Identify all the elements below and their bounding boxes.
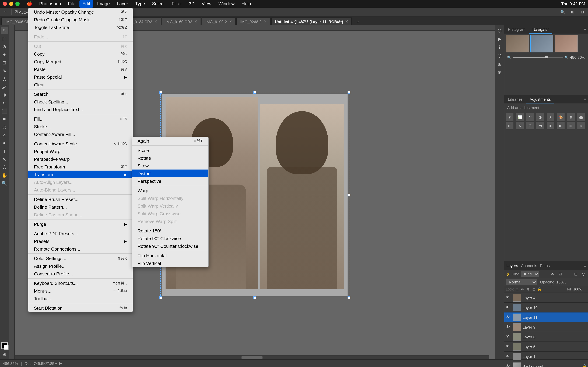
menu-define-brush[interactable]: Define Brush Preset...	[28, 195, 133, 203]
tab-close[interactable]: ✕	[229, 20, 232, 23]
tool-history-brush[interactable]: ↩	[0, 99, 8, 107]
menu-redo[interactable]: Redo Create Clipping Mask ⇧⌘Z	[28, 16, 133, 23]
menu-color-settings[interactable]: Color Settings... ⇧⌘K	[28, 254, 133, 262]
menu-define-pattern[interactable]: Define Pattern...	[28, 203, 133, 211]
menu-content-aware-scale[interactable]: Content-Aware Scale ⌥⇧⌘C	[28, 140, 133, 148]
adj-color-lookup[interactable]: ⬡	[526, 122, 534, 129]
tool-magic-wand[interactable]: ✦	[0, 51, 8, 58]
adj-panel-menu-btn[interactable]: ≡	[581, 95, 588, 103]
layers-tab[interactable]: Layers	[506, 264, 518, 268]
nav-thumb-3[interactable]	[555, 35, 578, 52]
layer-pixel-filter[interactable]: ☑	[557, 271, 563, 277]
layer-row-1[interactable]: 👁 Layer 1	[504, 352, 588, 361]
tab-close[interactable]: ✕	[194, 20, 197, 23]
menu-cut[interactable]: Cut ⌘X	[28, 42, 133, 50]
transform-scale[interactable]: Scale	[132, 146, 208, 154]
tab-close[interactable]: ✕	[345, 20, 348, 23]
adj-invert[interactable]: ⬒	[536, 122, 544, 129]
adj-posterize[interactable]: ▣	[546, 122, 554, 129]
close-button[interactable]	[3, 2, 7, 6]
menu-menus[interactable]: Menus... ⌥⇧⌘M	[28, 287, 133, 295]
layer-visibility-1[interactable]: 👁	[506, 354, 511, 359]
adj-curves[interactable]: 〜	[526, 113, 534, 121]
layer-adjustment-filter[interactable]: T	[565, 271, 571, 277]
menu-copy-merged[interactable]: Copy Merged ⇧⌘C	[28, 58, 133, 65]
menu-window[interactable]: Window	[216, 0, 237, 8]
menu-toolbar[interactable]: Toolbar...	[28, 295, 133, 302]
menu-define-shape[interactable]: Define Custom Shape...	[28, 211, 133, 218]
tool-brush[interactable]: 🖌	[0, 83, 8, 91]
menu-select[interactable]: Select	[149, 0, 167, 8]
tab-histogram[interactable]: Histogram	[504, 25, 529, 33]
side-icon-4[interactable]: ⬡	[496, 52, 503, 59]
transform-rotate90ccw[interactable]: Rotate 90° Counter Clockwise	[132, 242, 208, 250]
menu-content-aware-fill[interactable]: Content-Aware Fill...	[28, 130, 133, 138]
tool-zoom[interactable]: 🔍	[0, 179, 8, 187]
apple-menu[interactable]: 🍎	[24, 0, 35, 8]
menu-free-transform[interactable]: Free Transform ⌘T	[28, 163, 133, 171]
transform-remove-warp-split[interactable]: Remove Warp Split	[132, 217, 208, 225]
side-icon-info[interactable]: ℹ	[496, 43, 503, 51]
doc-info-arrow[interactable]: ▶	[59, 361, 62, 366]
adj-channel-mixer[interactable]: ≋	[516, 122, 524, 129]
menu-paste-special[interactable]: Paste Special ▶	[28, 73, 133, 81]
tool-pen[interactable]: ✒	[0, 139, 8, 147]
menu-start-dictation[interactable]: Start Dictation fn fn	[28, 304, 133, 312]
side-icon-arrow[interactable]: ▶	[496, 35, 503, 43]
tool-shape[interactable]: ⬡	[0, 163, 8, 171]
transform-rotate180[interactable]: Rotate 180°	[132, 227, 208, 234]
menu-undo[interactable]: Undo Master Opacity Change ⌘Z	[28, 8, 133, 16]
layer-visibility-11[interactable]: 👁	[506, 314, 511, 320]
tool-select-rect[interactable]: ⬚	[0, 35, 8, 42]
menu-assign-profile[interactable]: Assign Profile...	[28, 262, 133, 270]
tool-clone[interactable]: ⊕	[0, 91, 8, 99]
layer-row-9[interactable]: 👁 Layer 9	[504, 322, 588, 332]
layer-visibility-6[interactable]: 👁	[506, 334, 511, 340]
layer-visibility-9[interactable]: 👁	[506, 324, 511, 330]
menu-purge[interactable]: Purge ▶	[28, 220, 133, 228]
menu-file[interactable]: File	[65, 0, 78, 8]
blend-mode-select[interactable]: Normal	[506, 279, 537, 285]
layer-row-11[interactable]: 👁 Layer 11	[504, 312, 588, 322]
menu-clear[interactable]: Clear	[28, 81, 133, 88]
tab-img9160[interactable]: IMG_9160.CR2 ✕	[162, 17, 201, 25]
menu-stroke[interactable]: Stroke...	[28, 123, 133, 130]
transform-distort[interactable]: Distort	[132, 169, 208, 177]
adj-colorbalance[interactable]: ⊕	[567, 113, 575, 121]
kind-select[interactable]: Kind	[521, 271, 539, 277]
side-icon-1[interactable]: ⬡	[496, 26, 503, 34]
lock-artboard[interactable]: ⊡	[531, 286, 536, 292]
nav-thumb-1[interactable]	[506, 35, 529, 52]
layer-row-10[interactable]: 👁 Layer 10	[504, 303, 588, 312]
transform-split-warp-h[interactable]: Split Warp Horizontally	[132, 194, 208, 202]
nav-thumb-2[interactable]	[530, 35, 553, 52]
menu-keyboard-shortcuts[interactable]: Keyboard Shortcuts... ⌥⇧⌘K	[28, 279, 133, 287]
menu-remote-connections[interactable]: Remote Connections...	[28, 245, 133, 253]
fill-value[interactable]: 100%	[573, 287, 587, 291]
move-tool-btn[interactable]: ↖	[1, 8, 10, 16]
menu-convert-profile[interactable]: Convert to Profile...	[28, 270, 133, 277]
menu-puppet-warp[interactable]: Puppet Warp	[28, 148, 133, 155]
tab-untitled4[interactable]: Untitled-4 @ 487% (Layer 11, RGB/8*) ✕	[271, 17, 352, 25]
menu-presets[interactable]: Presets ▶	[28, 237, 133, 245]
transform-split-warp-c[interactable]: Split Warp Crosswise	[132, 210, 208, 217]
tool-move[interactable]: ↖	[0, 26, 8, 34]
adj-selective-color[interactable]: ◈	[577, 122, 585, 129]
tab-navigator[interactable]: Navigator	[529, 25, 552, 33]
transform-warp[interactable]: Warp	[132, 187, 208, 194]
maximize-button[interactable]	[15, 2, 20, 6]
zoom-out-icon[interactable]: 🔍	[507, 55, 511, 59]
workspace-btn[interactable]: ⊞	[568, 8, 577, 16]
adj-hsl[interactable]: 🎨	[557, 113, 564, 121]
menu-type[interactable]: Type	[132, 0, 148, 8]
layer-visibility-toggle[interactable]: 👁	[550, 271, 556, 277]
paths-tab[interactable]: Paths	[540, 264, 550, 268]
tab-adjustments[interactable]: Adjustments	[526, 95, 554, 103]
tool-eraser[interactable]: ⬛	[0, 107, 8, 115]
tab-libraries[interactable]: Libraries	[504, 95, 526, 103]
search-btn[interactable]: 🔍	[559, 8, 567, 16]
zoom-in-icon[interactable]: 🔍	[564, 55, 569, 59]
tool-lasso[interactable]: ⊘	[0, 43, 8, 50]
adj-brightness[interactable]: ☀	[506, 113, 513, 121]
side-icon-5[interactable]: ⊞	[496, 60, 503, 68]
